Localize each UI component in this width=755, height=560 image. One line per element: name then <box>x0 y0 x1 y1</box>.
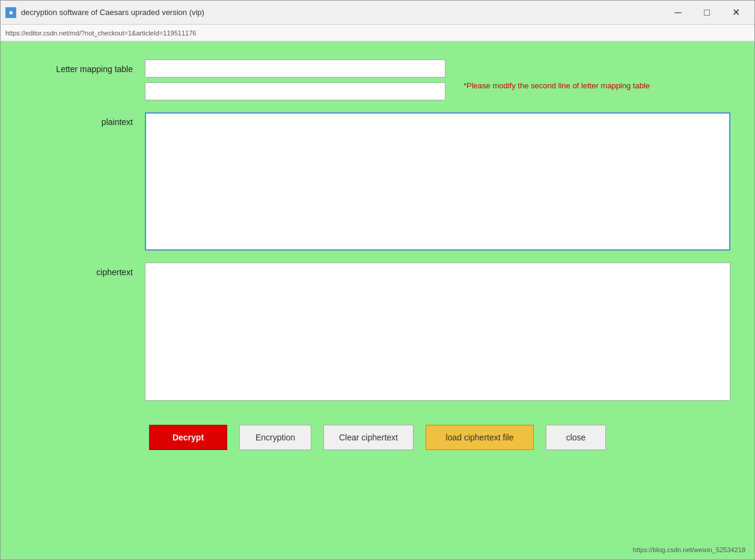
plaintext-label: plaintext <box>25 112 133 127</box>
plaintext-textarea[interactable] <box>145 112 730 251</box>
footer-link: https://blog.csdn.net/weixin_52534218 <box>633 546 745 553</box>
clear-ciphertext-button[interactable]: Clear ciphertext <box>323 425 414 450</box>
mapping-hint: *Please modify the second line of letter… <box>463 59 650 90</box>
url-bar: https://editor.csdn.net/md/?not_checkout… <box>1 25 754 41</box>
title-bar: ■ decryption software of Caesars upraded… <box>1 1 754 25</box>
close-window-button[interactable]: ✕ <box>722 4 750 22</box>
mapping-table-label: Letter mapping table <box>25 59 133 74</box>
button-row: Decrypt Encryption Clear ciphertext load… <box>25 425 730 450</box>
app-icon: ■ <box>5 7 16 18</box>
window-controls: ─ □ ✕ <box>664 4 750 22</box>
ciphertext-textarea[interactable] <box>145 263 730 401</box>
ciphertext-section: ciphertext <box>25 263 730 401</box>
mapping-input-2[interactable] <box>145 82 445 100</box>
maximize-button[interactable]: □ <box>693 4 721 22</box>
close-button[interactable]: close <box>546 425 606 450</box>
window-title: decryption software of Caesars upraded v… <box>21 8 204 17</box>
encryption-button[interactable]: Encryption <box>239 425 311 450</box>
load-ciphertext-file-button[interactable]: load ciphertext file <box>426 425 534 450</box>
url-text: https://editor.csdn.net/md/?not_checkout… <box>5 29 196 37</box>
title-bar-left: ■ decryption software of Caesars upraded… <box>5 7 204 18</box>
mapping-input-1[interactable] <box>145 59 445 78</box>
decrypt-button[interactable]: Decrypt <box>149 425 227 450</box>
app-content: Letter mapping table *Please modify the … <box>1 41 754 559</box>
mapping-inputs-container <box>145 59 445 100</box>
minimize-button[interactable]: ─ <box>664 4 692 22</box>
plaintext-section: plaintext <box>25 112 730 251</box>
ciphertext-label: ciphertext <box>25 263 133 277</box>
mapping-section: Letter mapping table *Please modify the … <box>25 59 730 100</box>
window-frame: ■ decryption software of Caesars upraded… <box>0 0 755 560</box>
